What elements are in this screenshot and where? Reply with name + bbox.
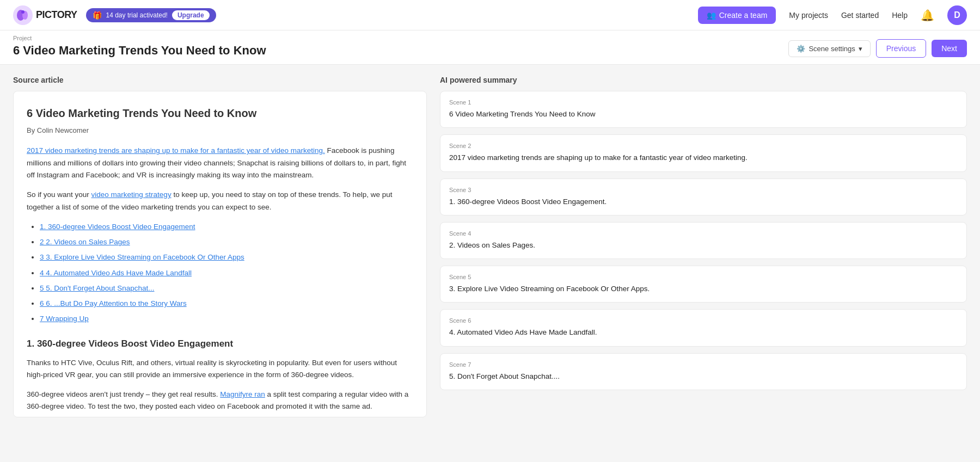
section1-para1: Thanks to HTC Vive, Oculus Rift, and oth… <box>27 357 413 381</box>
trial-badge: 🎁 14 day trial activated! Upgrade <box>86 8 216 22</box>
scene-card-1[interactable]: Scene 1 6 Video Marketing Trends You Nee… <box>440 91 967 128</box>
magnifyre-link[interactable]: Magnifyre ran <box>220 390 265 398</box>
help-link[interactable]: Help <box>892 11 908 20</box>
project-info: Project 6 Video Marketing Trends You Nee… <box>13 35 266 58</box>
scene-card-6[interactable]: Scene 6 4. Automated Video Ads Have Made… <box>440 309 967 346</box>
scene-1-label: Scene 1 <box>449 99 958 106</box>
toc-item-1: 1. 360-degree Videos Boost Video Engagem… <box>40 221 413 233</box>
scene-7-text: 5. Don't Forget About Snapchat.... <box>449 371 958 382</box>
project-header: Project 6 Video Marketing Trends You Nee… <box>0 30 980 65</box>
scene-2-label: Scene 2 <box>449 143 958 149</box>
logo-text: PICTORY <box>36 9 77 21</box>
main-content: Source article 6 Video Marketing Trends … <box>0 65 980 462</box>
logo[interactable]: PICTORY <box>13 5 77 25</box>
article-author: By Colin Newcomer <box>27 125 413 136</box>
scene-6-label: Scene 6 <box>449 317 958 324</box>
header-right: 👥 Create a team My projects Get started … <box>698 5 967 25</box>
article-para-1: 2017 video marketing trends are shaping … <box>27 145 413 181</box>
toc-item-3: 3 3. Explore Live Video Streaming on Fac… <box>40 251 413 263</box>
scene-2-text: 2017 video marketing trends are shaping … <box>449 152 958 163</box>
get-started-link[interactable]: Get started <box>841 11 879 20</box>
article-para-2: So if you want your video marketing stra… <box>27 189 413 213</box>
project-title: 6 Video Marketing Trends You Need to Kno… <box>13 44 266 58</box>
scene-3-text: 1. 360-degree Videos Boost Video Engagem… <box>449 196 958 207</box>
gift-icon: 🎁 <box>93 11 102 20</box>
create-team-button[interactable]: 👥 Create a team <box>698 7 776 24</box>
scenes-container: Scene 1 6 Video Marketing Trends You Nee… <box>440 91 967 390</box>
scene-3-label: Scene 3 <box>449 187 958 193</box>
svg-point-3 <box>21 10 24 14</box>
article-body: 2017 video marketing trends are shaping … <box>27 145 413 417</box>
scene-card-5[interactable]: Scene 5 3. Explore Live Video Streaming … <box>440 266 967 303</box>
section1-para2: 360-degree videos aren't just trendy – t… <box>27 389 413 413</box>
scene-5-label: Scene 5 <box>449 274 958 280</box>
scene-6-text: 4. Automated Video Ads Have Made Landfal… <box>449 327 958 338</box>
article-title: 6 Video Marketing Trends You Need to Kno… <box>27 104 413 122</box>
section1-heading: 1. 360-degree Videos Boost Video Engagem… <box>27 336 413 352</box>
article-card: 6 Video Marketing Trends You Need to Kno… <box>13 91 427 417</box>
upgrade-button[interactable]: Upgrade <box>172 10 210 20</box>
my-projects-link[interactable]: My projects <box>789 11 828 20</box>
project-actions: ⚙️ Scene settings ▾ Previous Next <box>788 39 967 58</box>
main-header: PICTORY 🎁 14 day trial activated! Upgrad… <box>0 0 980 30</box>
previous-button[interactable]: Previous <box>876 39 926 58</box>
team-icon: 👥 <box>707 11 716 20</box>
header-left: PICTORY 🎁 14 day trial activated! Upgrad… <box>13 5 216 25</box>
scene-1-text: 6 Video Marketing Trends You Need to Kno… <box>449 109 958 120</box>
trial-text: 14 day trial activated! <box>106 11 168 19</box>
toc-item-4: 4 4. Automated Video Ads Have Made Landf… <box>40 267 413 279</box>
scene-5-text: 3. Explore Live Video Streaming on Faceb… <box>449 284 958 294</box>
next-button[interactable]: Next <box>932 40 967 57</box>
scene-4-text: 2. Videos on Sales Pages. <box>449 240 958 251</box>
project-label: Project <box>13 35 266 41</box>
toc-list: 1. 360-degree Videos Boost Video Engagem… <box>40 221 413 325</box>
chevron-down-icon: ▾ <box>859 45 862 53</box>
scene-card-3[interactable]: Scene 3 1. 360-degree Videos Boost Video… <box>440 178 967 215</box>
gear-icon: ⚙️ <box>797 45 805 53</box>
scene-4-label: Scene 4 <box>449 230 958 237</box>
toc-item-6: 6 6. ...But Do Pay Attention to the Stor… <box>40 298 413 310</box>
right-panel: AI powered summary Scene 1 6 Video Marke… <box>427 76 967 455</box>
scene-card-4[interactable]: Scene 4 2. Videos on Sales Pages. <box>440 222 967 259</box>
scene-card-7[interactable]: Scene 7 5. Don't Forget About Snapchat..… <box>440 353 967 390</box>
scene-card-2[interactable]: Scene 2 2017 video marketing trends are … <box>440 134 967 171</box>
video-marketing-strategy-link[interactable]: video marketing strategy <box>91 190 171 199</box>
highlight-text[interactable]: 2017 video marketing trends are shaping … <box>27 146 325 155</box>
scene-7-label: Scene 7 <box>449 361 958 368</box>
ai-summary-title: AI powered summary <box>440 76 967 84</box>
avatar[interactable]: D <box>947 5 967 25</box>
source-article-title: Source article <box>13 76 427 84</box>
toc-item-2: 2 2. Videos on Sales Pages <box>40 236 413 248</box>
toc-item-7: 7 Wrapping Up <box>40 313 413 325</box>
notification-icon[interactable]: 🔔 <box>921 9 934 22</box>
toc-item-5: 5 5. Don't Forget About Snapchat... <box>40 282 413 294</box>
scene-settings-button[interactable]: ⚙️ Scene settings ▾ <box>788 40 870 57</box>
left-panel: Source article 6 Video Marketing Trends … <box>13 76 427 455</box>
